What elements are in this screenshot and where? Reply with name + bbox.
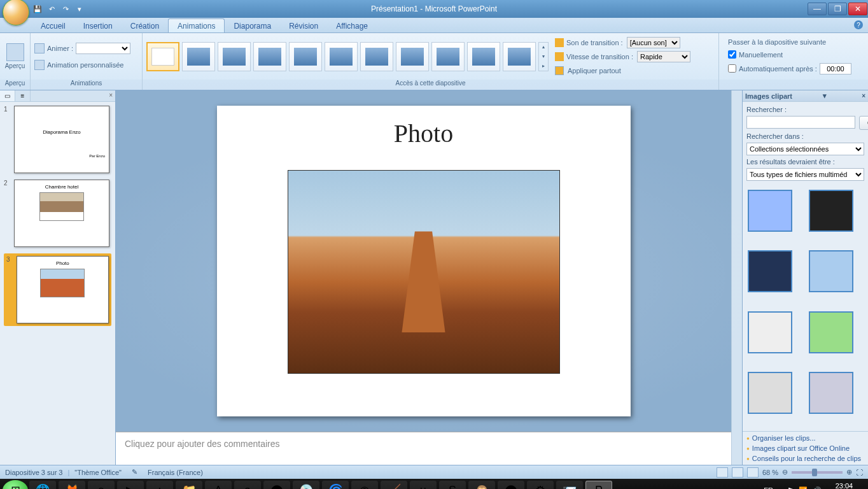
tray-flag-icon[interactable]: ⚑ — [787, 486, 794, 490]
animer-select[interactable] — [76, 43, 130, 54]
minimize-button[interactable]: — — [808, 3, 827, 15]
spellcheck-icon[interactable]: ✎ — [132, 468, 137, 476]
clipart-thumb[interactable] — [748, 190, 792, 232]
save-icon[interactable]: 💾 — [32, 3, 43, 15]
tab-creation[interactable]: Création — [122, 19, 168, 32]
transition-speed-select[interactable]: Rapide — [637, 51, 690, 62]
taskbar-app-icon[interactable]: ⬤ — [498, 481, 524, 489]
animer-row[interactable]: Animer : — [34, 41, 130, 55]
help-icon[interactable]: ? — [854, 20, 863, 29]
start-button[interactable]: ⊞ — [3, 480, 28, 489]
taskbar-vlc-icon[interactable]: ▲ — [146, 481, 173, 489]
taskbar-wmp-icon[interactable]: ▶ — [117, 481, 144, 489]
transition-item[interactable] — [218, 42, 251, 71]
taskbar-firefox-icon[interactable]: 🦊 — [59, 481, 85, 489]
clipart-results-select[interactable]: Tous types de fichiers multiméd — [746, 168, 864, 181]
slide-photo[interactable] — [288, 170, 560, 374]
taskbar-ie-icon[interactable]: e — [88, 481, 115, 489]
tab-revision[interactable]: Révision — [280, 19, 327, 32]
tray-lang[interactable]: FR — [764, 486, 773, 489]
clipart-organize-link[interactable]: Organiser les clips... — [746, 434, 864, 442]
slide-thumbnail-2[interactable]: Chambre hotel — [14, 180, 109, 247]
slide-title[interactable]: Photo — [217, 118, 631, 148]
clipart-close-icon[interactable]: × — [862, 92, 865, 99]
transition-item[interactable] — [503, 42, 536, 71]
taskbar-avast-icon[interactable]: a — [234, 481, 261, 489]
taskbar-chrome-icon[interactable]: 🌐 — [29, 481, 56, 489]
transition-item[interactable] — [325, 42, 358, 71]
clipart-thumb[interactable] — [809, 311, 853, 353]
clipart-thumb[interactable] — [748, 311, 792, 353]
outline-tab-icon[interactable]: ≡ — [15, 90, 31, 101]
slide-canvas[interactable]: Photo — [116, 90, 731, 432]
clipart-thumb[interactable] — [809, 190, 853, 232]
tab-insertion[interactable]: Insertion — [74, 19, 122, 32]
zoom-out-button[interactable]: ⊖ — [782, 468, 788, 476]
tray-volume-icon[interactable]: 🔊 — [813, 486, 822, 490]
tray-more-icon[interactable]: ▴ — [778, 486, 782, 490]
clipart-thumb[interactable] — [809, 250, 853, 292]
advance-manual-checkbox[interactable]: Manuellement — [728, 48, 864, 61]
clipart-ok-button[interactable]: OK — [859, 116, 868, 130]
transition-item[interactable] — [396, 42, 429, 71]
clipart-searchin-select[interactable]: Collections sélectionnées — [746, 143, 864, 155]
transition-item[interactable] — [289, 42, 322, 71]
taskbar-adobe-icon[interactable]: A — [205, 481, 232, 489]
status-language[interactable]: Français (France) — [148, 469, 203, 476]
clipart-menu-icon[interactable]: ▾ — [823, 92, 827, 100]
transition-none[interactable] — [146, 42, 179, 71]
slide-thumbnail-1[interactable]: Diaporama Enzo Par Enzo — [14, 106, 109, 173]
tab-affichage[interactable]: Affichage — [327, 19, 377, 32]
animation-perso-button[interactable]: Animation personnalisée — [34, 58, 130, 72]
normal-view-button[interactable] — [717, 467, 728, 478]
taskbar-utorrent-icon[interactable]: µ — [410, 481, 437, 489]
apply-all-button[interactable]: Appliquer partout — [555, 64, 690, 77]
clipart-online-link[interactable]: Images clipart sur Office Online — [746, 444, 864, 452]
advance-auto-checkbox[interactable]: Automatiquement après : — [728, 62, 864, 75]
taskbar-skype-icon[interactable]: S — [439, 481, 466, 489]
tab-animations[interactable]: Animations — [168, 18, 225, 32]
tab-diaporama[interactable]: Diaporama — [225, 19, 280, 32]
apercu-button[interactable]: Aperçu — [4, 34, 26, 78]
redo-icon[interactable]: ↷ — [60, 3, 71, 15]
tray-network-icon[interactable]: 📶 — [799, 486, 808, 490]
taskbar-app-icon[interactable]: 🌀 — [322, 481, 349, 489]
transition-item[interactable] — [182, 42, 215, 71]
transition-item[interactable] — [467, 42, 500, 71]
taskbar-app-icon[interactable]: 💿 — [293, 481, 319, 489]
zoom-slider[interactable] — [792, 471, 843, 474]
advance-time-input[interactable] — [820, 63, 851, 74]
taskbar-explorer-icon[interactable]: 📁 — [176, 481, 202, 489]
taskbar-app-icon[interactable]: ⬤ — [263, 481, 290, 489]
sorter-view-button[interactable] — [732, 467, 743, 478]
taskbar-app-icon[interactable]: ⚙ — [527, 481, 554, 489]
taskbar-powerpoint-icon[interactable]: P — [585, 481, 612, 489]
notes-pane[interactable]: Cliquez pour ajouter des commentaires — [116, 432, 731, 465]
close-button[interactable]: ✕ — [848, 3, 867, 15]
transition-item[interactable] — [431, 42, 465, 71]
clipart-search-input[interactable] — [746, 116, 855, 129]
clipart-tips-link[interactable]: Conseils pour la recherche de clips — [746, 455, 864, 462]
taskbar-picasa-icon[interactable]: ◉ — [351, 481, 378, 489]
zoom-in-button[interactable]: ⊕ — [846, 468, 852, 476]
taskbar-app-icon[interactable]: 🐵 — [468, 481, 495, 489]
transition-sound-select[interactable]: [Aucun son] — [627, 37, 680, 48]
slides-panel-close[interactable]: × — [109, 92, 113, 99]
fit-window-button[interactable]: ⛶ — [856, 469, 863, 476]
slides-tab-icon[interactable]: ▭ — [0, 90, 15, 101]
slide-thumbnail-3[interactable]: Photo — [17, 256, 109, 323]
tab-accueil[interactable]: Accueil — [32, 19, 74, 32]
taskbar-app-icon[interactable]: 📨 — [556, 481, 583, 489]
vertical-scrollbar[interactable] — [731, 90, 742, 465]
tray-clock[interactable]: 23:04 21/07/2011 — [827, 482, 862, 489]
current-slide[interactable]: Photo — [217, 106, 631, 416]
clipart-thumb[interactable] — [809, 372, 853, 414]
slideshow-view-button[interactable] — [747, 467, 759, 478]
undo-icon[interactable]: ↶ — [46, 3, 57, 15]
office-button[interactable] — [3, 0, 29, 25]
transition-item[interactable] — [360, 42, 393, 71]
qat-more-icon[interactable]: ▾ — [74, 3, 85, 15]
clipart-thumb[interactable] — [748, 372, 792, 414]
transition-gallery-more[interactable]: ▴▾▸ — [538, 42, 549, 71]
taskbar-app-icon[interactable]: 🧹 — [381, 481, 407, 489]
